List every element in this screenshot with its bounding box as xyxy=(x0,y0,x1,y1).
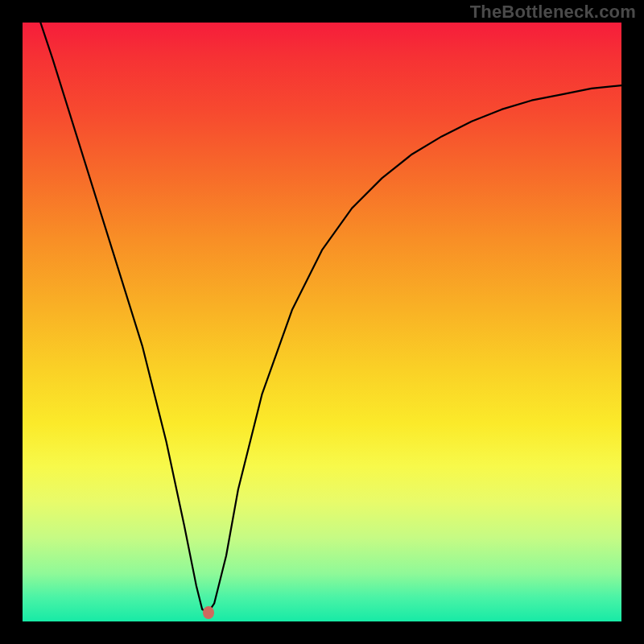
plot-area xyxy=(23,23,621,621)
minimum-marker xyxy=(203,606,214,619)
bottleneck-curve xyxy=(23,23,621,621)
watermark-text: TheBottleneck.com xyxy=(470,2,636,23)
chart-frame: TheBottleneck.com xyxy=(0,0,644,644)
